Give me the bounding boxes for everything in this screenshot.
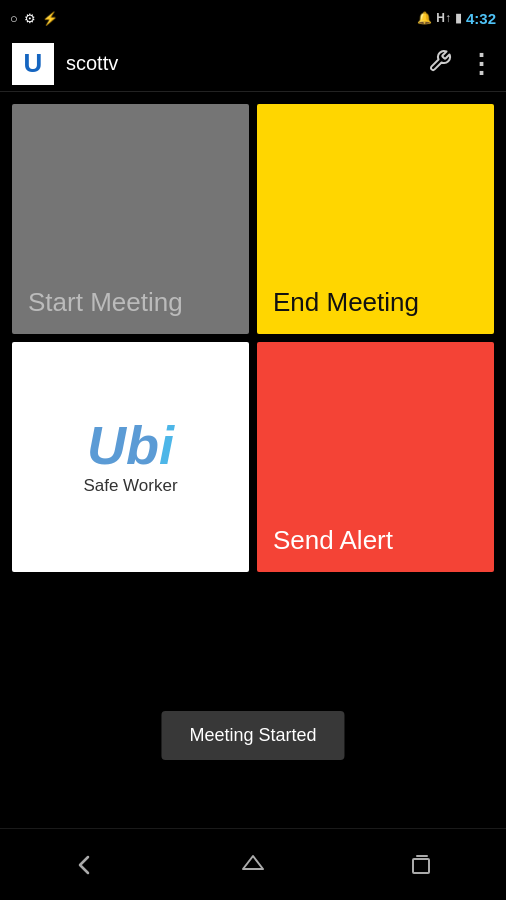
nav-bar: [0, 828, 506, 900]
ubi-safe-worker-tile[interactable]: Ubi Safe Worker: [12, 342, 249, 572]
toast-message: Meeting Started: [161, 711, 344, 760]
toast-text: Meeting Started: [189, 725, 316, 745]
app-title: scottv: [66, 52, 428, 75]
back-icon: [70, 851, 98, 879]
alarm-status-icon: 🔔: [417, 11, 432, 25]
app-logo: U: [12, 43, 54, 85]
app-bar: U scottv ⋮: [0, 36, 506, 92]
signal-icon: H↑: [436, 11, 451, 25]
usb-icon: ⚡: [42, 11, 58, 26]
back-button[interactable]: [54, 845, 114, 885]
status-icons-right: 🔔 H↑ ▮ 4:32: [417, 10, 496, 27]
status-bar: ○ ⚙ ⚡ 🔔 H↑ ▮ 4:32: [0, 0, 506, 36]
home-button[interactable]: [223, 845, 283, 885]
recent-apps-button[interactable]: [392, 845, 452, 885]
send-alert-tile[interactable]: Send Alert: [257, 342, 494, 572]
svg-rect-1: [413, 859, 429, 873]
battery-icon: ▮: [455, 11, 462, 25]
alarm-icon: ○: [10, 11, 18, 26]
start-meeting-tile[interactable]: Start Meeting: [12, 104, 249, 334]
start-meeting-label: Start Meeting: [28, 287, 183, 318]
settings-icon[interactable]: [428, 49, 452, 79]
end-meeting-tile[interactable]: End Meeting: [257, 104, 494, 334]
logo-letter: U: [24, 48, 43, 79]
end-meeting-label: End Meeting: [273, 287, 419, 318]
status-icons-left: ○ ⚙ ⚡: [10, 11, 58, 26]
ubi-b-letter: b: [126, 418, 159, 472]
recent-apps-icon: [408, 851, 436, 879]
ubi-u-letter: U: [87, 418, 126, 472]
svg-marker-0: [243, 856, 263, 869]
ubi-logo: Ubi: [87, 418, 174, 472]
ubi-safe-worker-label: Safe Worker: [83, 476, 177, 496]
android-icon: ⚙: [24, 11, 36, 26]
clock-display: 4:32: [466, 10, 496, 27]
ubi-i-letter: i: [159, 418, 174, 472]
main-grid: Start Meeting End Meeting Ubi Safe Worke…: [0, 92, 506, 584]
more-options-icon[interactable]: ⋮: [468, 51, 494, 77]
app-bar-actions: ⋮: [428, 49, 494, 79]
send-alert-label: Send Alert: [273, 525, 393, 556]
home-icon: [239, 851, 267, 879]
